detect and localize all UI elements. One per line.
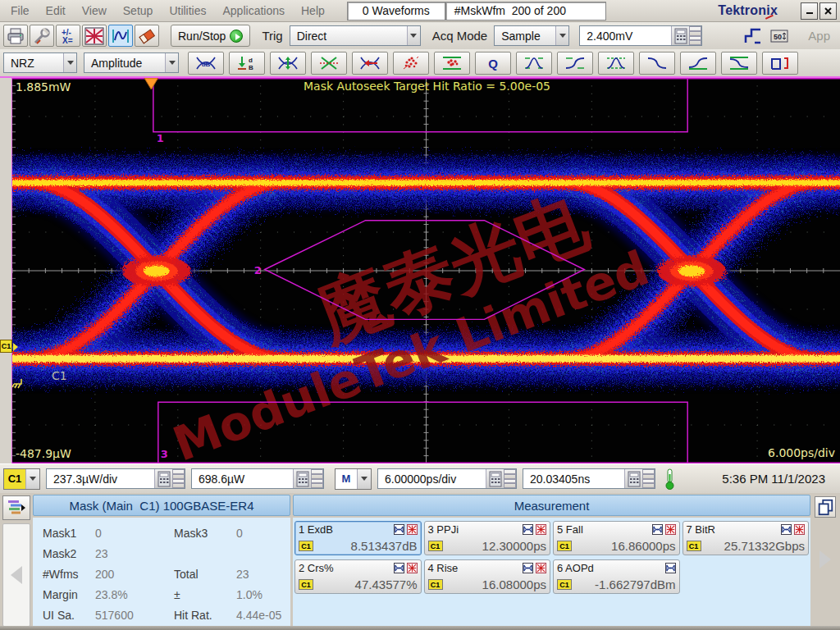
- mask-icon[interactable]: [665, 524, 676, 535]
- eye-diagram-icon[interactable]: [652, 524, 663, 535]
- previous-page-panel[interactable]: [2, 523, 30, 627]
- dropdown-arrow-icon[interactable]: [25, 469, 39, 489]
- measure-category-dropdown[interactable]: Amplitude: [84, 52, 179, 73]
- measurement-value: 16.08000ps: [482, 578, 546, 591]
- minimize-button[interactable]: [801, 2, 818, 20]
- menu-help[interactable]: Help: [294, 2, 332, 19]
- measurement-tile-rise[interactable]: 4 Rise C116.08000ps: [424, 559, 551, 594]
- trigger-level-value[interactable]: 2.400mV: [580, 30, 671, 43]
- mask-icon[interactable]: [407, 524, 418, 535]
- s-parameter-icon[interactable]: [741, 25, 765, 47]
- horizontal-position-stepper[interactable]: [642, 469, 655, 488]
- run-stop-button[interactable]: Run/Stop: [171, 25, 250, 47]
- q-factor-measure-button[interactable]: [475, 52, 511, 75]
- menu-view[interactable]: View: [75, 2, 114, 19]
- vertical-max-label: 1.885mW: [16, 80, 71, 94]
- dropdown-arrow-icon[interactable]: [357, 469, 371, 489]
- keypad-icon[interactable]: [671, 26, 689, 45]
- dropdown-arrow-icon[interactable]: [555, 26, 568, 45]
- eye-dashed-measure-button[interactable]: [598, 52, 634, 75]
- clear-data-button[interactable]: [135, 25, 159, 47]
- channel-select-button[interactable]: C1: [3, 468, 40, 490]
- eye-varrows-measure-button[interactable]: [270, 52, 306, 75]
- mask-icon[interactable]: [536, 563, 546, 573]
- vertical-offset-control: 698.6µW: [191, 468, 324, 489]
- channel-tag: C1: [299, 579, 313, 590]
- pulse-width-measure-button[interactable]: [762, 52, 798, 75]
- eye-diagram-icon[interactable]: [394, 524, 404, 535]
- eye-cross-wave-measure-button[interactable]: [516, 52, 552, 75]
- dropdown-arrow-icon[interactable]: [165, 53, 178, 72]
- stat-label: UI Sa.: [43, 609, 95, 622]
- measurement-tile-ppji[interactable]: 3 PPJi C112.30000ps: [424, 521, 551, 555]
- keypad-icon[interactable]: [486, 469, 504, 488]
- fall-time-measure-button[interactable]: [639, 52, 675, 75]
- timebase-select-button[interactable]: M: [335, 468, 372, 490]
- rise-time-measure-button[interactable]: [557, 52, 593, 75]
- menu-utilities[interactable]: Utilities: [162, 2, 213, 19]
- close-button[interactable]: [819, 2, 837, 20]
- tools-button[interactable]: [30, 25, 54, 47]
- vertical-scale-value[interactable]: 237.3µW/div: [47, 472, 154, 486]
- jitter-scatter-lines-measure-button[interactable]: [434, 52, 470, 75]
- db-arrow-measure-button[interactable]: [229, 52, 265, 75]
- eye-diagram-icon[interactable]: [781, 524, 792, 535]
- jitter-scatter-measure-button[interactable]: [393, 52, 429, 75]
- stat-label: Mask2: [43, 547, 95, 560]
- measurement-panel-title[interactable]: Measurement: [293, 495, 810, 516]
- eye-diagram-icon[interactable]: [394, 563, 404, 573]
- mask-icon[interactable]: [407, 563, 418, 573]
- fall-green-measure-button[interactable]: [721, 52, 757, 75]
- measurement-tile-aopd[interactable]: 6 AOPd C1-1.662797dBm: [553, 559, 680, 594]
- signal-type-dropdown[interactable]: NRZ: [3, 52, 77, 73]
- trigger-source-dropdown[interactable]: Direct: [290, 25, 421, 46]
- impedance-50ohm-icon[interactable]: [767, 25, 792, 47]
- stat-label: Mask3: [174, 527, 236, 540]
- keypad-icon[interactable]: [293, 469, 311, 488]
- mask-icon[interactable]: [794, 524, 805, 535]
- app-button[interactable]: App: [801, 29, 837, 43]
- mask-test-button[interactable]: [82, 25, 107, 47]
- dropdown-arrow-icon[interactable]: [63, 53, 76, 72]
- panel-stack-button[interactable]: [2, 495, 30, 520]
- right-nav-column: [810, 495, 840, 630]
- vertical-offset-stepper[interactable]: [311, 469, 323, 488]
- acq-mode-dropdown[interactable]: Sample: [494, 25, 569, 46]
- channel-reference-marker[interactable]: C1: [0, 340, 12, 353]
- menu-file[interactable]: File: [3, 2, 37, 19]
- keypad-icon[interactable]: [624, 469, 642, 488]
- menu-setup[interactable]: Setup: [116, 2, 161, 19]
- mask1-label: 1: [157, 132, 164, 144]
- chevron-right-icon[interactable]: [819, 550, 831, 568]
- level-stepper[interactable]: [689, 26, 701, 45]
- math-button[interactable]: [56, 25, 80, 47]
- measurement-tile-crs[interactable]: 2 Crs% C147.43577%: [294, 559, 422, 594]
- stat-value: 0: [95, 527, 174, 540]
- waveform-display-button[interactable]: [108, 25, 133, 47]
- copy-panel-button[interactable]: [815, 496, 836, 518]
- keypad-icon[interactable]: [154, 469, 172, 488]
- measurement-tile-exdb[interactable]: 1 ExdB C18.513437dB: [294, 521, 422, 555]
- menu-applications[interactable]: Applications: [216, 2, 293, 19]
- eye-diagram-display: 魔泰光电 ModuleTek Limited 1 2 3 1.885mW: [12, 78, 840, 463]
- mask-icon[interactable]: [536, 524, 546, 535]
- eye-diagram-icon[interactable]: [665, 563, 676, 573]
- eye-db-measure-button[interactable]: [188, 52, 224, 75]
- measurement-tile-fall[interactable]: 5 Fall C116.86000ps: [553, 521, 680, 555]
- eye-diagram-icon[interactable]: [523, 563, 533, 573]
- print-button[interactable]: [3, 25, 28, 47]
- measurement-tile-bitr[interactable]: 7 BitR C125.71332Gbps: [682, 521, 810, 555]
- eye-diagram-icon[interactable]: [523, 524, 533, 535]
- dropdown-arrow-icon[interactable]: [407, 26, 420, 45]
- menu-edit[interactable]: Edit: [39, 2, 73, 19]
- horizontal-position-value[interactable]: 20.03405ns: [523, 472, 624, 486]
- vertical-offset-value[interactable]: 698.6µW: [192, 472, 293, 486]
- x-dashed-measure-button[interactable]: [311, 52, 347, 75]
- horizontal-scale-stepper[interactable]: [504, 469, 516, 488]
- horizontal-scale-value[interactable]: 6.00000ps/div: [378, 472, 486, 486]
- vertical-scale-stepper[interactable]: [172, 469, 185, 488]
- horizontal-scale-control: 6.00000ps/div: [377, 468, 517, 489]
- rise-green-measure-button[interactable]: [680, 52, 716, 75]
- mask-panel-title[interactable]: Mask (Main C1) 100GBASE-ER4: [33, 495, 290, 516]
- eye-left-arrow-measure-button[interactable]: [352, 52, 388, 75]
